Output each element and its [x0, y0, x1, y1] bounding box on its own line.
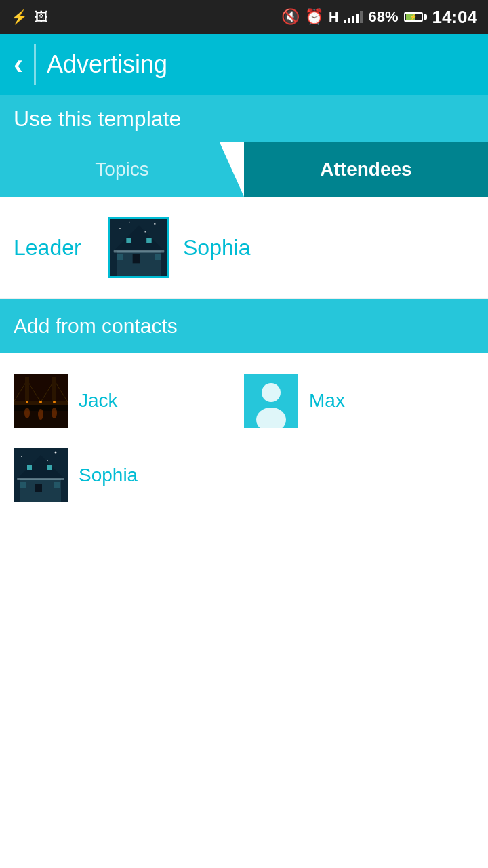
svg-point-23 — [26, 401, 28, 403]
battery-percent: 68% — [368, 8, 398, 26]
svg-rect-38 — [20, 482, 26, 488]
svg-rect-7 — [155, 254, 161, 260]
mute-icon: 🔇 — [281, 8, 300, 26]
svg-point-9 — [154, 223, 156, 225]
app-bar: ‹ Advertising — [0, 34, 488, 95]
alarm-icon: ⏰ — [305, 8, 323, 26]
svg-rect-21 — [25, 377, 29, 403]
leader-avatar — [108, 217, 169, 278]
image-icon: 🖼 — [35, 9, 48, 25]
app-title: Advertising — [47, 50, 167, 79]
svg-rect-3 — [126, 238, 131, 243]
use-template-label: Use this template — [14, 106, 181, 132]
svg-point-42 — [47, 460, 48, 461]
tab-attendees[interactable]: Attendees — [244, 142, 488, 197]
status-right-icons: 🔇 ⏰ H 68% ⚡ 14:04 — [281, 7, 477, 28]
contact-item-max[interactable]: Max — [244, 367, 474, 435]
contact-name-max: Max — [309, 390, 345, 412]
add-contacts-label: Add from contacts — [14, 315, 178, 338]
svg-point-25 — [53, 401, 56, 403]
contact-name-sophia: Sophia — [79, 465, 138, 486]
use-template-banner[interactable]: Use this template — [0, 95, 488, 142]
tabs: Topics Attendees — [0, 142, 488, 197]
signal-bars — [344, 11, 363, 23]
tab-topics[interactable]: Topics — [0, 142, 244, 197]
contact-item-sophia[interactable]: Sophia — [14, 441, 244, 509]
svg-rect-22 — [52, 377, 56, 403]
svg-rect-5 — [133, 254, 140, 263]
battery-icon: ⚡ — [404, 12, 427, 22]
h-icon: H — [329, 9, 338, 25]
app-bar-divider — [34, 44, 36, 85]
svg-rect-6 — [117, 254, 123, 260]
svg-point-8 — [119, 228, 121, 229]
add-contacts-banner: Add from contacts — [0, 299, 488, 353]
svg-rect-4 — [146, 238, 151, 243]
usb-icon: ⚡ — [11, 9, 28, 25]
contact-avatar-jack — [14, 374, 68, 428]
svg-point-24 — [39, 401, 42, 403]
contact-avatar-max — [244, 374, 298, 428]
svg-rect-35 — [27, 465, 32, 470]
clock: 14:04 — [432, 7, 478, 28]
svg-point-41 — [55, 452, 57, 454]
svg-rect-39 — [54, 482, 60, 488]
svg-rect-36 — [47, 465, 52, 470]
contact-item-jack[interactable]: Jack — [14, 367, 244, 435]
leader-section: Leader Sophia — [0, 197, 488, 299]
leader-label: Leader — [14, 235, 95, 260]
svg-rect-12 — [114, 250, 165, 253]
svg-rect-37 — [35, 484, 42, 492]
svg-point-40 — [21, 456, 22, 457]
svg-point-26 — [24, 408, 30, 418]
contact-avatar-sophia — [14, 448, 68, 502]
status-bar: ⚡ 🖼 🔇 ⏰ H 68% ⚡ 14:04 — [0, 0, 488, 34]
svg-rect-43 — [17, 478, 64, 480]
svg-point-11 — [129, 222, 130, 223]
contacts-list: Jack Max — [0, 353, 488, 523]
status-left-icons: ⚡ 🖼 — [11, 9, 48, 25]
leader-name: Sophia — [183, 235, 251, 260]
svg-point-28 — [52, 408, 57, 418]
svg-point-10 — [144, 231, 146, 233]
svg-point-27 — [38, 409, 43, 420]
contact-name-jack: Jack — [79, 390, 118, 412]
svg-point-30 — [262, 383, 281, 402]
back-button[interactable]: ‹ — [14, 50, 23, 79]
